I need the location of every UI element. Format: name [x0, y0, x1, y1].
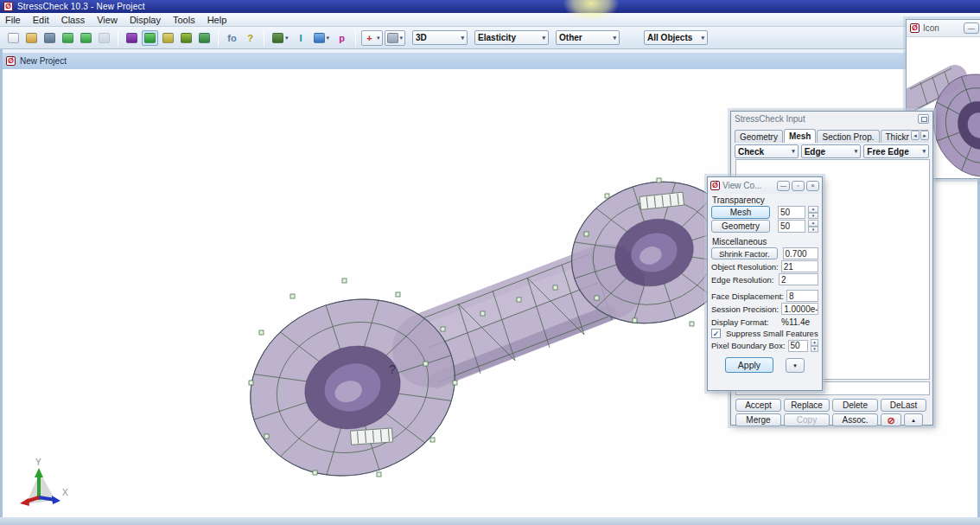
display-format-value[interactable]: %11.4e — [779, 316, 818, 328]
help-icon[interactable]: ? — [242, 30, 258, 46]
export-icon[interactable] — [78, 30, 94, 46]
block-button[interactable]: ⊘ — [881, 413, 901, 426]
menu-file[interactable]: File — [5, 15, 21, 25]
chevron-down-icon: ▾ — [543, 35, 546, 42]
menu-class[interactable]: Class — [61, 15, 86, 25]
axes-view-icon[interactable]: +▾ — [361, 30, 383, 46]
delete-button[interactable]: Delete — [832, 399, 878, 412]
objects-combo[interactable]: All Objects ▾ — [644, 30, 708, 45]
face-displacement-value[interactable]: 8 — [786, 290, 818, 302]
status-strip — [0, 517, 980, 525]
spin-up-icon[interactable]: ▴ — [808, 220, 818, 227]
print-icon[interactable] — [96, 30, 112, 46]
shrink-factor-button[interactable]: Shrink Factor. — [711, 247, 778, 259]
geometry-transparency-spinner[interactable]: ▴ ▾ — [808, 220, 818, 233]
pen-tool-icon[interactable]: ▾ — [270, 30, 291, 46]
mesh-transparency-button[interactable]: Mesh — [711, 206, 770, 219]
layers-tool-icon-dropdown[interactable]: ▾ — [327, 35, 330, 42]
transparency-section-label: Transparency — [712, 195, 818, 205]
snapshot-icon[interactable]: ▾ — [385, 30, 406, 46]
save-icon[interactable] — [41, 30, 58, 46]
dimension-combo[interactable]: 3D ▾ — [412, 30, 468, 45]
replace-button[interactable]: Replace — [784, 399, 830, 412]
delast-button[interactable]: DeLast — [881, 399, 926, 412]
apply-dropdown-button[interactable]: ▾ — [786, 358, 805, 373]
assoc-button[interactable]: Assoc. — [832, 413, 878, 426]
geometry-transparency-button[interactable]: Geometry — [711, 220, 770, 233]
spin-down-icon[interactable]: ▾ — [811, 346, 818, 353]
spin-up-icon[interactable]: ▴ — [808, 206, 818, 213]
layers-tool-icon[interactable]: ▾ — [311, 30, 333, 46]
suppress-small-features-checkbox[interactable]: ✓ — [711, 329, 721, 338]
ibeam-tool-icon[interactable]: I — [293, 30, 309, 46]
pen-tool-icon-dropdown[interactable]: ▾ — [285, 35, 289, 42]
spin-down-icon[interactable]: ▾ — [808, 213, 818, 220]
open-folder-icon[interactable] — [23, 30, 40, 46]
close-icon[interactable]: × — [806, 181, 819, 191]
minimize-icon[interactable]: — — [777, 181, 790, 191]
geometry-transparency-value[interactable]: 50 — [778, 220, 805, 233]
objects-combo-value: All Objects — [647, 33, 692, 42]
input-dialog-title: StressCheck Input — [735, 114, 918, 124]
copy-button[interactable]: Copy — [784, 413, 830, 426]
tab-mesh[interactable]: Mesh — [784, 129, 817, 143]
project-window-titlebar[interactable]: Ø New Project — [3, 53, 977, 69]
method-combo[interactable]: Other ▾ — [556, 30, 620, 45]
minimize-icon[interactable]: — — [964, 22, 979, 34]
object-resolution-value[interactable]: 21 — [781, 260, 818, 272]
input-dialog-titlebar[interactable]: StressCheck Input — [731, 112, 932, 126]
pixel-boundary-spinner[interactable]: ▴ ▾ — [811, 339, 818, 352]
free-edge-combo[interactable]: Free Edge ▾ — [863, 144, 929, 158]
menu-display[interactable]: Display — [130, 15, 161, 25]
face-displacement-row: Face Displacement: 8 — [711, 290, 818, 302]
class-surfaces-icon[interactable] — [160, 30, 176, 46]
maximize-icon[interactable]: ▫ — [792, 181, 805, 191]
tab-section-prop[interactable]: Section Prop. — [817, 130, 879, 143]
tab-scroll-left-icon[interactable]: ◂ — [911, 131, 920, 140]
mesh-transparency-row: Mesh 50 ▴ ▾ — [711, 206, 818, 219]
axes-view-icon: + — [364, 33, 375, 43]
mesh-transparency-value[interactable]: 50 — [778, 206, 805, 219]
menu-tools[interactable]: Tools — [173, 15, 195, 25]
axes-view-icon-dropdown[interactable]: ▾ — [377, 35, 380, 42]
restore-icon[interactable] — [918, 114, 929, 124]
icon-window-title: Icon — [923, 23, 960, 33]
accept-button[interactable]: Accept — [735, 399, 781, 412]
check-combo[interactable]: Check ▾ — [735, 144, 799, 158]
chevron-down-icon: ▾ — [702, 35, 705, 42]
session-precision-value[interactable]: 1.0000e-0 — [781, 303, 818, 315]
pixel-boundary-value[interactable]: 50 — [788, 340, 809, 352]
view-dialog-titlebar[interactable]: Ø View Co... — ▫ × — [708, 177, 822, 194]
chevron-down-icon: ▾ — [461, 35, 465, 42]
snapshot-icon-dropdown[interactable]: ▾ — [400, 35, 404, 42]
view-dialog-controls: — ▫ × — [777, 181, 819, 191]
tab-scroll-right-icon[interactable]: ▸ — [920, 131, 929, 140]
shrink-factor-value[interactable]: 0.700 — [783, 247, 818, 259]
edge-combo[interactable]: Edge ▾ — [801, 144, 862, 158]
input-dialog-tabs: Geometry Mesh Section Prop. Thickness Ma… — [735, 128, 929, 143]
import-icon[interactable] — [60, 30, 76, 46]
mesh-transparency-spinner[interactable]: ▴ ▾ — [808, 206, 818, 219]
spin-up-icon[interactable]: ▴ — [811, 339, 818, 346]
spin-down-icon[interactable]: ▾ — [808, 227, 818, 234]
expand-up-button[interactable]: ▴ — [904, 413, 923, 426]
new-file-icon[interactable] — [5, 30, 22, 46]
class-sets-icon[interactable] — [196, 30, 213, 46]
icon-window-titlebar[interactable]: Ø Icon — — [907, 20, 980, 37]
tab-geometry[interactable]: Geometry — [735, 130, 783, 143]
apply-button[interactable]: Apply — [725, 357, 773, 373]
class-mesh-icon[interactable] — [142, 30, 158, 46]
input-dialog-combos: Check ▾ Edge ▾ Free Edge ▾ — [735, 144, 929, 158]
class-solids-icon[interactable] — [178, 30, 194, 46]
format-icon[interactable]: fo — [224, 30, 240, 46]
menu-view[interactable]: View — [97, 15, 118, 25]
p-symbol-icon[interactable]: p — [334, 30, 350, 46]
menu-edit[interactable]: Edit — [33, 15, 49, 25]
class-combo[interactable]: Elasticity ▾ — [474, 30, 549, 45]
edge-resolution-label: Edge Resolution: — [711, 275, 776, 285]
edge-resolution-value[interactable]: 2 — [779, 273, 818, 285]
menu-help[interactable]: Help — [207, 15, 227, 25]
merge-button[interactable]: Merge — [735, 413, 781, 426]
class-points-icon — [126, 33, 137, 43]
class-points-icon[interactable] — [124, 30, 140, 46]
